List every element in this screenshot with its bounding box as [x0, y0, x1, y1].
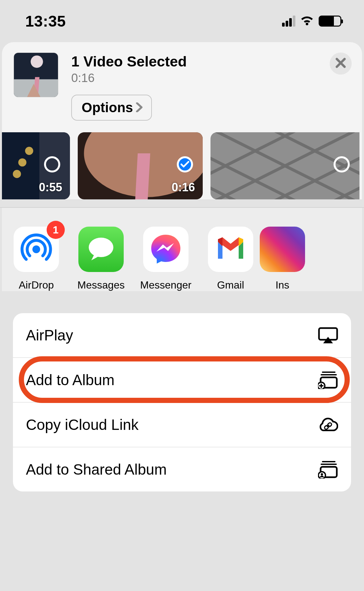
shared-album-icon — [318, 460, 338, 479]
action-airplay[interactable]: AirPlay — [13, 313, 351, 357]
status-bar: 13:35 — [0, 0, 364, 42]
instagram-icon — [260, 227, 305, 272]
video-duration: 0:16 — [172, 181, 195, 194]
app-gmail[interactable]: Gmail — [208, 227, 253, 291]
close-icon — [335, 57, 347, 70]
share-actions: AirPlay Add to Album Copy iCloud Link Ad… — [13, 313, 351, 491]
app-label: AirDrop — [19, 279, 54, 291]
messenger-icon — [143, 227, 188, 272]
selection-thumbnail[interactable] — [14, 53, 58, 97]
share-header: 1 Video Selected 0:16 Options — [2, 42, 362, 132]
app-label: Messenger — [140, 279, 191, 291]
messages-icon — [78, 227, 124, 272]
svg-point-5 — [13, 170, 21, 178]
svg-point-4 — [18, 158, 26, 166]
options-button[interactable]: Options — [71, 95, 152, 121]
app-instagram[interactable]: Ins — [273, 227, 292, 291]
selection-ring[interactable] — [177, 156, 193, 172]
share-subtitle: 0:16 — [71, 71, 317, 85]
svg-point-6 — [25, 147, 33, 155]
app-label: Ins — [276, 279, 290, 291]
options-label: Options — [82, 100, 133, 115]
action-add-to-album[interactable]: Add to Album — [13, 357, 351, 402]
filmstrip-item[interactable]: 0:55 — [2, 132, 70, 199]
cellular-icon — [282, 16, 295, 27]
app-label: Gmail — [217, 279, 244, 291]
icloud-link-icon — [318, 416, 338, 434]
svg-point-21 — [321, 473, 323, 476]
gmail-icon — [208, 227, 253, 272]
badge: 1 — [47, 221, 65, 239]
svg-point-2 — [31, 55, 43, 68]
app-messages[interactable]: Messages — [78, 227, 124, 291]
airplay-icon — [318, 326, 338, 344]
close-button[interactable] — [330, 53, 352, 75]
share-title: 1 Video Selected — [71, 53, 317, 70]
app-label: Messages — [77, 279, 125, 291]
album-add-icon — [318, 371, 338, 389]
action-label: Add to Album — [26, 371, 115, 389]
selection-ring[interactable] — [44, 156, 60, 172]
action-copy-icloud-link[interactable]: Copy iCloud Link — [13, 402, 351, 447]
action-label: Add to Shared Album — [26, 461, 167, 478]
chevron-right-icon — [136, 100, 143, 115]
app-airdrop[interactable]: 1 AirDrop — [14, 227, 59, 291]
action-label: AirPlay — [26, 326, 73, 344]
status-icons — [282, 16, 341, 27]
filmstrip: 0:55 0:16 — [2, 132, 362, 199]
wifi-icon — [300, 16, 314, 27]
filmstrip-item[interactable]: 0:16 — [78, 132, 203, 199]
action-label: Copy iCloud Link — [26, 416, 139, 433]
svg-point-11 — [32, 245, 40, 253]
selection-ring[interactable] — [334, 156, 350, 172]
filmstrip-item[interactable] — [210, 132, 359, 199]
status-time: 13:35 — [25, 12, 66, 30]
video-duration: 0:55 — [39, 181, 62, 194]
svg-point-12 — [89, 238, 113, 257]
app-messenger[interactable]: Messenger — [143, 227, 188, 291]
battery-icon — [319, 16, 341, 27]
action-add-to-shared-album[interactable]: Add to Shared Album — [13, 447, 351, 491]
share-apps-row: 1 AirDrop Messages — [2, 208, 362, 291]
